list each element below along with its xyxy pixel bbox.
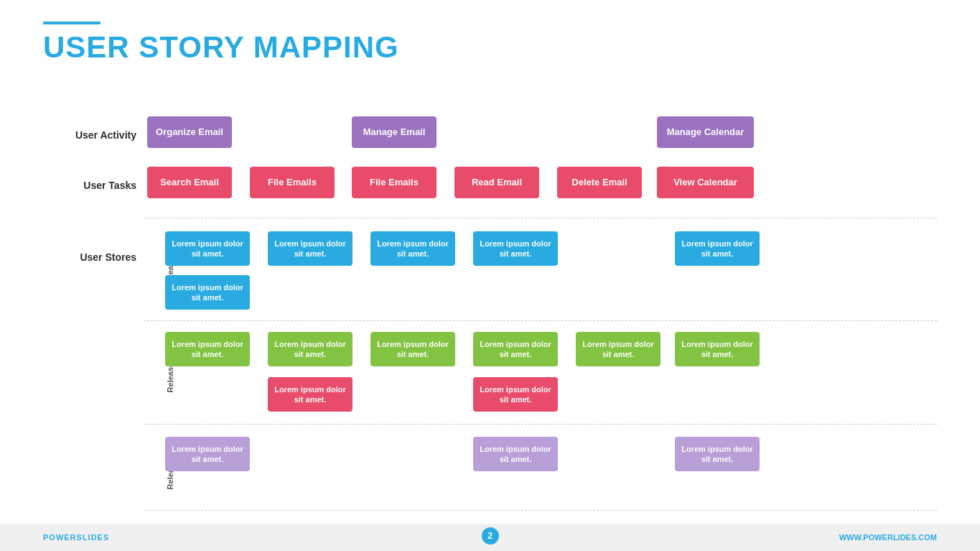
divider-1 [144,218,937,218]
story-r2-row2-col4: Lorem ipsum dolor sit amet. [473,377,558,412]
divider-4 [144,510,937,511]
story-r2-col4: Lorem ipsum dolor sit amet. [473,332,558,366]
task-card-read-email: Read Email [454,167,539,198]
label-user-tasks: User Tasks [43,180,136,191]
page-title: USER STORY MAPPING [43,30,399,65]
story-r1-col6: Lorem ipsum dolor sit amet. [675,231,760,266]
divider-3 [144,424,937,425]
story-r1-col1: Lorem ipsum dolor sit amet. [165,231,250,266]
task-card-search-email: Search Email [147,167,232,198]
activity-card-organize-email: Organize Email [147,116,232,148]
story-r2-col3: Lorem ipsum dolor sit amet. [370,332,455,366]
label-user-activity: User Activity [43,129,136,141]
story-r3-col6: Lorem ipsum dolor sit amet. [675,437,760,471]
diagram-area: User Activity User Tasks User Stores Org… [43,101,937,515]
story-r1-col4: Lorem ipsum dolor sit amet. [473,231,558,266]
task-card-delete-email: Delete Email [557,167,642,198]
activity-card-manage-calendar: Manage Calendar [657,116,754,148]
story-r2-row2-col2: Lorem ipsum dolor sit amet. [268,377,353,412]
title-part1: USER STORY [43,30,253,64]
task-card-file-emails-1: File Emails [250,167,335,198]
footer-brand: POWERSLIDES [43,533,109,542]
footer-url: WWW.POWERLIDES.COM [839,533,937,542]
header-section: USER STORY MAPPING [43,22,399,65]
story-r1-row2-col1: Lorem ipsum dolor sit amet. [165,275,250,310]
activity-card-manage-email: Manage Email [352,116,437,148]
label-user-stores: User Stores [43,251,136,263]
title-part2: MAPPING [253,30,399,64]
story-r2-col6: Lorem ipsum dolor sit amet. [675,332,760,366]
divider-2 [144,320,937,321]
story-r3-col4: Lorem ipsum dolor sit amet. [473,437,558,471]
task-card-file-emails-2: File Emails [352,167,437,198]
accent-bar [43,22,101,24]
page-number: 2 [482,527,499,545]
story-r1-col2: Lorem ipsum dolor sit amet. [268,231,353,266]
story-r2-col5: Lorem ipsum dolor sit amet. [576,332,661,366]
story-r2-col2: Lorem ipsum dolor sit amet. [268,332,353,366]
story-r3-col1: Lorem ipsum dolor sit amet. [165,437,250,471]
task-card-view-calendar: View Calendar [657,167,754,198]
story-r1-col3: Lorem ipsum dolor sit amet. [370,231,455,266]
story-r2-col1: Lorem ipsum dolor sit amet. [165,332,250,366]
